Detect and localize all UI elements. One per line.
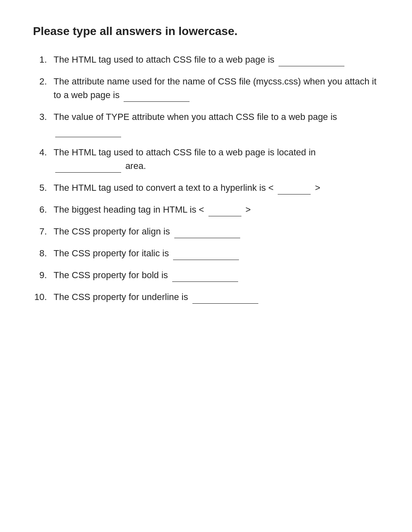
answer-blank-5 xyxy=(278,184,311,195)
answer-blank-2 xyxy=(124,91,190,102)
page-title: Please type all answers in lowercase. xyxy=(33,25,379,38)
questions-list: The HTML tag used to attach CSS file to … xyxy=(33,53,379,304)
question-text-part1: The HTML tag used to convert a text to a… xyxy=(54,183,274,193)
list-item: The CSS property for bold is xyxy=(49,268,379,282)
answer-blank-3 xyxy=(55,127,121,137)
list-item: The HTML tag used to convert a text to a… xyxy=(49,181,379,195)
list-item: The CSS property for italic is xyxy=(49,246,379,260)
list-item: The HTML tag used to attach CSS file to … xyxy=(49,53,379,66)
list-item: The HTML tag used to attach CSS file to … xyxy=(49,145,379,173)
question-text-part2: > xyxy=(246,204,251,215)
answer-blank-8 xyxy=(173,249,239,260)
question-text: The CSS property for align is xyxy=(54,226,170,237)
question-text-part1: The HTML tag used to attach CSS file to … xyxy=(54,147,316,157)
question-text: The attribute name used for the name of … xyxy=(54,76,377,100)
answer-blank-10 xyxy=(192,293,258,304)
list-item: The CSS property for underline is xyxy=(49,290,379,304)
question-text-part1: The biggest heading tag in HTML is < xyxy=(54,204,204,215)
answer-blank-1 xyxy=(279,56,344,66)
answer-blank-9 xyxy=(172,271,238,282)
answer-blank-6 xyxy=(208,206,241,216)
question-text: The CSS property for underline is xyxy=(54,292,188,302)
question-text: The HTML tag used to attach CSS file to … xyxy=(54,54,274,65)
answer-blank-4 xyxy=(55,162,121,173)
question-text: The CSS property for italic is xyxy=(54,248,169,258)
question-text: The CSS property for bold is xyxy=(54,270,168,280)
list-item: The CSS property for align is xyxy=(49,225,379,238)
list-item: The biggest heading tag in HTML is < > xyxy=(49,203,379,216)
list-item: The value of TYPE attribute when you att… xyxy=(49,110,379,137)
answer-blank-7 xyxy=(174,227,240,238)
question-text-part2: area. xyxy=(125,161,146,171)
question-text: The value of TYPE attribute when you att… xyxy=(54,112,337,122)
list-item: The attribute name used for the name of … xyxy=(49,75,379,102)
question-text-part2: > xyxy=(315,183,320,193)
